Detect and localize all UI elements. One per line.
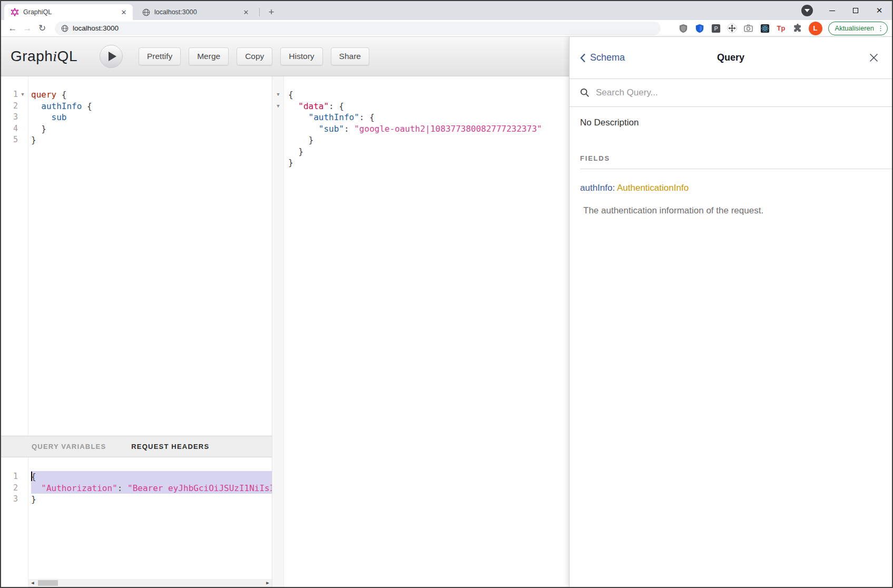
result-fold-gutter: ▼▼ — [273, 76, 284, 587]
doc-search-input[interactable] — [595, 87, 816, 99]
code-line: } — [31, 494, 272, 505]
profile-avatar[interactable]: L — [809, 22, 822, 35]
result-pane: ▼▼ { "data": { "authInfo": { "sub": "goo… — [273, 76, 569, 587]
gutter-row — [273, 123, 283, 135]
react-devtools-atom-icon[interactable] — [760, 23, 770, 34]
code-line: { — [288, 89, 569, 101]
kebab-menu-icon: ⋮ — [877, 24, 884, 32]
browser-update-button[interactable]: Aktualisieren ⋮ — [828, 22, 888, 35]
gutter-row — [273, 112, 283, 123]
doc-explorer-panel: Schema Query No Description FIELDS authI… — [569, 37, 892, 587]
code-line: "sub": "google-oauth2|108377380082777232… — [288, 123, 569, 135]
code-line: } — [288, 134, 569, 146]
forward-button[interactable]: → — [20, 22, 35, 35]
copy-button[interactable]: Copy — [237, 47, 272, 65]
scrollbar-thumb[interactable] — [38, 580, 58, 586]
gutter-row: 3 — [1, 494, 28, 505]
fold-arrow-icon: ▼ — [273, 101, 283, 112]
toolbar-buttons: PrettifyMergeCopyHistoryShare — [139, 47, 369, 65]
code-line: authInfo { — [31, 101, 272, 112]
doc-body: No Description FIELDS authInfo: Authenti… — [570, 107, 892, 216]
secondary-editor-tabs: QUERY VARIABLESREQUEST HEADERS — [1, 436, 272, 457]
query-editor-gutter: 1▼2345 — [1, 76, 28, 436]
gutter-row — [273, 157, 283, 169]
extensions-area: P Tp L Aktualisieren ⋮ — [661, 22, 892, 35]
code-line: } — [288, 157, 569, 169]
tab-graphiql[interactable]: GraphiQL ✕ — [4, 4, 133, 20]
play-icon — [109, 52, 116, 61]
doc-no-description: No Description — [580, 117, 892, 128]
reload-button[interactable]: ↻ — [35, 22, 50, 35]
fields-divider — [580, 169, 892, 169]
doc-fields-heading: FIELDS — [580, 154, 892, 162]
field-name-link[interactable]: authInfo — [580, 183, 612, 193]
headers-editor-gutter: 123 — [1, 457, 28, 587]
tab-title: localhost:3000 — [154, 8, 241, 16]
doc-explorer-header: Schema Query — [570, 37, 892, 79]
back-button[interactable]: ← — [5, 22, 20, 35]
scroll-left-arrow[interactable]: ◀ — [28, 579, 37, 587]
gutter-row: 5 — [1, 134, 28, 146]
fold-arrow-icon: ▼ — [273, 89, 283, 101]
browser-toolbar: ← → ↻ localhost:3000 P — [1, 20, 892, 37]
browser-tab-strip: GraphiQL ✕ localhost:3000 ✕ + ✕ — [1, 1, 892, 20]
gutter-row: 1 — [1, 471, 28, 483]
bitwarden-shield-icon[interactable] — [694, 23, 705, 34]
graphiql-app: GraphiQL PrettifyMergeCopyHistoryShare 1… — [1, 37, 892, 587]
ublock-shield-icon[interactable] — [678, 23, 689, 34]
graphql-favicon-icon — [11, 8, 19, 16]
request-headers-editor[interactable]: 123 { "Authorization": "Bearer eyJhbGciO… — [1, 457, 272, 587]
share-button[interactable]: Share — [331, 47, 369, 65]
result-viewer[interactable]: ▼▼ { "data": { "authInfo": { "sub": "goo… — [273, 76, 569, 587]
left-pane: 1▼2345 query { authInfo { sub }} QUERY V… — [1, 76, 272, 587]
field-description: The authentication information of the re… — [580, 205, 892, 216]
gutter-row — [273, 146, 283, 158]
new-tab-button[interactable]: + — [264, 5, 278, 19]
window-maximize-button[interactable] — [848, 1, 863, 20]
gutter-row — [273, 134, 283, 146]
tab-request-headers[interactable]: REQUEST HEADERS — [131, 443, 209, 450]
p-badge-icon[interactable]: P — [711, 23, 721, 34]
gutter-row: 3 — [1, 112, 28, 123]
address-bar[interactable]: localhost:3000 — [55, 22, 661, 35]
doc-close-button[interactable] — [867, 51, 880, 64]
code-line: query { — [31, 89, 272, 101]
window-minimize-button[interactable] — [824, 1, 840, 20]
graphiql-logo: GraphiQL — [11, 48, 77, 65]
horizontal-scrollbar[interactable]: ◀ ▶ — [28, 579, 272, 587]
doc-search-row — [570, 79, 892, 107]
gutter-row: 4 — [1, 123, 28, 135]
code-line: sub — [31, 112, 272, 123]
execute-query-button[interactable] — [100, 45, 123, 68]
code-line: } — [288, 146, 569, 158]
globe-favicon-icon — [142, 8, 150, 16]
tab-separator — [259, 8, 260, 16]
fold-arrow-icon: ▼ — [18, 89, 27, 101]
scrollbar-track[interactable] — [37, 579, 263, 587]
field-type-link[interactable]: AuthenticationInfo — [617, 183, 689, 193]
code-line: { — [31, 471, 272, 483]
doc-title: Query — [570, 52, 892, 63]
window-close-button[interactable]: ✕ — [871, 1, 887, 20]
scroll-right-arrow[interactable]: ▶ — [263, 579, 272, 587]
tp-extension-icon[interactable]: Tp — [776, 23, 787, 34]
query-editor[interactable]: 1▼2345 query { authInfo { sub }} — [1, 76, 272, 436]
history-button[interactable]: History — [280, 47, 322, 65]
camera-icon[interactable] — [743, 23, 754, 34]
tab-query-variables[interactable]: QUERY VARIABLES — [32, 443, 106, 450]
svg-text:P: P — [714, 25, 718, 32]
chrome-update-icon[interactable] — [801, 5, 813, 16]
code-line: "Authorization": "Bearer eyJhbGciOiJSUzI… — [31, 483, 272, 494]
gutter-row: ▼ — [273, 101, 283, 112]
move-arrows-icon[interactable] — [727, 23, 738, 34]
gutter-row: 1▼ — [1, 89, 28, 101]
tab-close-icon[interactable]: ✕ — [119, 7, 129, 17]
code-line: } — [31, 123, 272, 135]
field-colon: : — [612, 183, 615, 193]
merge-button[interactable]: Merge — [189, 47, 229, 65]
tab-close-icon[interactable]: ✕ — [241, 7, 251, 17]
doc-field-row: authInfo: AuthenticationInfo — [580, 183, 892, 193]
tab-localhost[interactable]: localhost:3000 ✕ — [137, 4, 255, 20]
extensions-puzzle-icon[interactable] — [792, 23, 803, 34]
prettify-button[interactable]: Prettify — [139, 47, 181, 65]
